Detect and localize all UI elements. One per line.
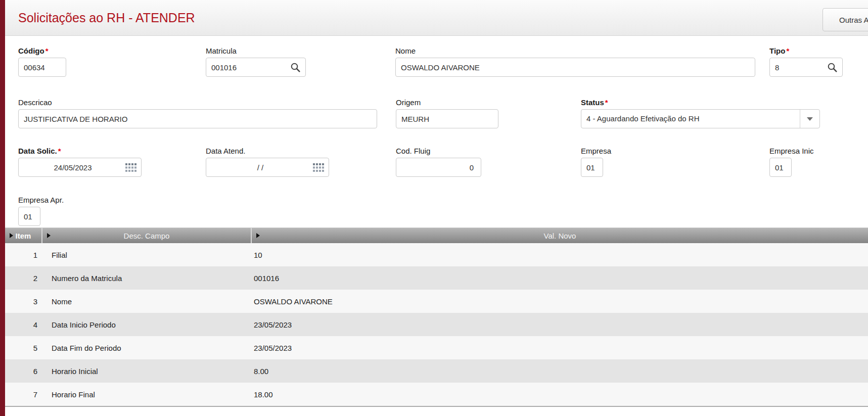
cell-item: 5 <box>5 344 41 352</box>
matricula-input <box>206 58 306 77</box>
calendar-icon[interactable] <box>312 161 325 173</box>
empresa-label: Empresa <box>581 147 603 155</box>
detail-grid: Item Desc. Campo Val. Novo 1Filial102Num… <box>5 227 868 407</box>
status-select[interactable]: 4 - Aguardando Efetivação do RH <box>581 109 820 128</box>
cell-campo: Horario Final <box>41 390 250 399</box>
cell-item: 6 <box>5 367 41 376</box>
chevron-down-icon[interactable] <box>800 110 819 128</box>
cell-item: 1 <box>5 251 41 259</box>
data-solic-field[interactable] <box>19 158 141 176</box>
other-actions-button[interactable]: Outras Aç <box>823 8 868 31</box>
descricao-input <box>18 109 377 128</box>
empresa-inic-label: Empresa Inic <box>769 147 792 155</box>
field-tipo: Tipo* <box>769 47 843 77</box>
origem-input <box>396 109 498 128</box>
main-content: Solicitações ao RH - ATENDER Outras Aç C… <box>5 0 868 416</box>
column-header-val-novo[interactable]: Val. Novo <box>251 228 868 243</box>
table-row[interactable]: 5Data Fim do Periodo23/05/2023 <box>5 336 868 359</box>
table-row[interactable]: 7Horario Final18.00 <box>5 383 868 406</box>
search-icon[interactable] <box>289 61 301 73</box>
codigo-input <box>18 58 66 77</box>
table-row[interactable]: 4Data Inicio Periodo23/05/2023 <box>5 313 868 336</box>
cod-fluig-label: Cod. Fluig <box>396 147 481 155</box>
cell-valor: 23/05/2023 <box>250 320 868 329</box>
cell-campo: Data Fim do Periodo <box>41 344 250 352</box>
descricao-label: Descricao <box>18 98 377 107</box>
field-empresa-apr: Empresa Apr. <box>18 196 40 226</box>
required-asterisk: * <box>786 47 789 55</box>
table-row[interactable]: 3NomeOSWALDO AIVARONE <box>5 290 868 313</box>
calendar-icon[interactable] <box>125 161 137 173</box>
cell-valor: 23/05/2023 <box>250 344 868 352</box>
field-codigo: Código* <box>18 47 66 77</box>
field-status: Status* 4 - Aguardando Efetivação do RH <box>581 98 820 128</box>
data-solic-label: Data Solic.* <box>18 147 142 155</box>
table-row[interactable]: 2Numero da Matricula001016 <box>5 266 868 290</box>
field-origem: Origem <box>396 98 498 128</box>
empresa-inic-input <box>769 158 792 177</box>
cell-valor: OSWALDO AIVARONE <box>250 297 868 306</box>
field-empresa: Empresa <box>581 147 603 177</box>
field-nome: Nome <box>395 47 755 77</box>
required-asterisk: * <box>605 98 608 107</box>
tipo-input <box>769 58 843 77</box>
status-selected-value: 4 - Aguardando Efetivação do RH <box>586 110 699 128</box>
grid-body: 1Filial102Numero da Matricula0010163Nome… <box>5 243 868 407</box>
data-solic-input <box>18 158 142 177</box>
triangle-right-icon <box>47 233 51 238</box>
triangle-right-icon <box>10 233 13 238</box>
column-header-item[interactable]: Item <box>5 228 41 243</box>
matricula-label: Matricula <box>206 47 306 55</box>
origem-field[interactable] <box>396 110 498 128</box>
empresa-apr-input <box>18 207 40 226</box>
column-header-desc-campo[interactable]: Desc. Campo <box>41 228 251 243</box>
descricao-field[interactable] <box>19 110 377 128</box>
codigo-field[interactable] <box>19 58 66 76</box>
field-empresa-inic: Empresa Inic <box>769 147 792 177</box>
app-window: Solicitações ao RH - ATENDER Outras Aç C… <box>0 0 868 416</box>
cell-campo: Horario Inicial <box>41 367 250 376</box>
empresa-input <box>581 158 603 177</box>
left-accent-bar <box>0 0 5 416</box>
empresa-inic-field[interactable] <box>770 158 791 176</box>
nome-label: Nome <box>395 47 755 55</box>
search-icon[interactable] <box>826 61 838 73</box>
other-actions-label: Outras Aç <box>839 16 868 24</box>
table-row[interactable]: 6Horario Inicial8.00 <box>5 359 868 383</box>
field-data-solic: Data Solic.* <box>18 147 142 177</box>
table-row[interactable]: 1Filial10 <box>5 243 868 266</box>
title-bar: Solicitações ao RH - ATENDER Outras Aç <box>5 0 868 36</box>
nome-field[interactable] <box>396 58 755 76</box>
page-title: Solicitações ao RH - ATENDER <box>18 11 195 25</box>
cod-fluig-input <box>396 158 481 177</box>
nome-input <box>395 58 755 77</box>
cell-item: 3 <box>5 297 41 306</box>
cell-valor: 8.00 <box>250 367 868 376</box>
origem-label: Origem <box>396 98 498 107</box>
cell-item: 7 <box>5 390 41 399</box>
field-descricao: Descricao <box>18 98 377 128</box>
data-atend-field[interactable] <box>206 158 329 176</box>
tipo-label: Tipo* <box>769 47 843 55</box>
cell-campo: Numero da Matricula <box>41 274 250 283</box>
codigo-label: Código* <box>18 47 66 55</box>
cell-item: 4 <box>5 320 41 329</box>
field-cod-fluig: Cod. Fluig <box>396 147 481 177</box>
cell-campo: Filial <box>41 251 250 259</box>
triangle-right-icon <box>256 233 260 238</box>
cell-valor: 001016 <box>250 274 868 283</box>
required-asterisk: * <box>58 147 61 155</box>
cell-campo: Nome <box>41 297 250 306</box>
cell-valor: 18.00 <box>250 390 868 399</box>
empresa-apr-label: Empresa Apr. <box>18 196 40 204</box>
cell-valor: 10 <box>250 251 868 259</box>
data-atend-label: Data Atend. <box>206 147 329 155</box>
cod-fluig-field[interactable] <box>396 158 481 176</box>
grid-header: Item Desc. Campo Val. Novo <box>5 227 868 243</box>
field-matricula: Matricula <box>206 47 306 77</box>
empresa-field[interactable] <box>581 158 603 176</box>
cell-item: 2 <box>5 274 41 283</box>
empresa-apr-field[interactable] <box>19 207 40 225</box>
field-data-atend: Data Atend. <box>206 147 329 177</box>
cell-campo: Data Inicio Periodo <box>41 320 250 329</box>
